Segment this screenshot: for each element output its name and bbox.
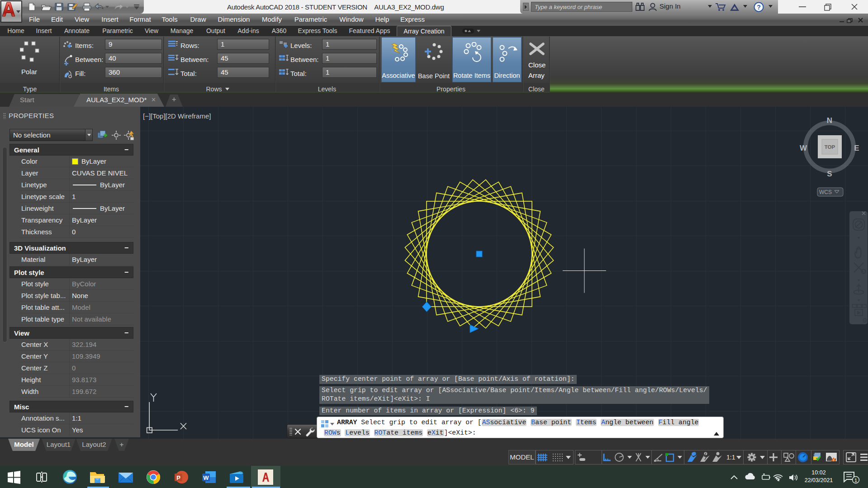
svg-text:1:1: 1:1 xyxy=(726,454,735,461)
svg-text:E: E xyxy=(854,144,859,152)
svg-text:N: N xyxy=(827,116,832,125)
svg-text:S: S xyxy=(827,170,832,178)
svg-text:W: W xyxy=(203,474,209,481)
svg-text:P: P xyxy=(176,474,180,481)
svg-text:W: W xyxy=(800,144,807,152)
svg-text:?: ? xyxy=(757,4,761,11)
svg-text:TOP: TOP xyxy=(825,144,835,150)
svg-text:WCS: WCS xyxy=(819,189,832,195)
svg-text:!: ! xyxy=(833,459,834,462)
svg-text:1: 1 xyxy=(854,478,857,483)
